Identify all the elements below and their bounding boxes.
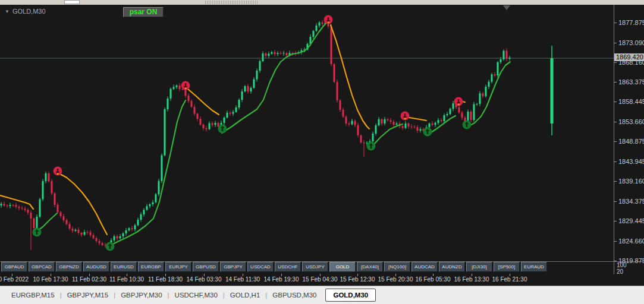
chart-tab-gbpusd-m30[interactable]: GBPUSD,M30 [267,292,322,299]
buy-signal-icon [463,121,472,129]
price-tick-mark [614,162,617,162]
symbol-button-eurgbp[interactable]: EURGBP [138,262,164,272]
time-tick-label: 15 Feb 20:30 [378,276,413,283]
time-tick-label: 16 Feb 05:30 [416,276,451,283]
chart-tab-eurgbp-m15[interactable]: EURGBP,M15 [6,292,60,299]
symbol-button-audcad[interactable]: AUDCAD [411,262,438,272]
price-tick-label: 1853.660 [618,118,644,125]
price-tick-mark [614,141,617,142]
price-tick-label: 1839.160 [618,178,644,185]
symbol-button-usdchf[interactable]: USDCHF [275,262,301,272]
chart-tab-gbpjpy-m15[interactable]: GBPJPY,M15 [62,292,114,299]
chevron-down-icon: ▼ [5,9,10,14]
symbol-button-euraud[interactable]: EURAUD [521,262,547,272]
buy-signal-icon [367,142,376,151]
price-tick-label: 1848.875 [618,138,644,145]
price-tick-label: 1877.875 [618,19,644,26]
symbol-button-audusd[interactable]: AUDUSD [83,262,109,272]
current-price-box: 1869.420 [614,53,644,61]
mt4-chart-window: ▼ GOLD,M30 psar ON 1869.420 1877.8751873… [0,0,644,304]
time-tick-label: 15 Feb 04:30 [303,276,338,283]
chart-tab-gold-m30[interactable]: GOLD,M30 [325,289,376,302]
time-tick-label: 11 Feb 02:30 [72,276,106,283]
detached-current-bar [551,46,554,135]
symbol-button-gbpaud[interactable]: GBPAUD [1,262,27,272]
price-tick-mark [614,122,617,122]
price-tick-label: 1858.445 [618,98,644,105]
sell-signal-icon [324,15,333,24]
price-tick-label: 1863.375 [618,78,644,86]
window-chrome-strip [0,0,644,5]
chart-tab-bar: EURGBP,M15|GBPJPY,M15|GBPJPY,M30|USDCHF,… [0,286,644,304]
symbol-button-gold[interactable]: GOLD [329,262,356,272]
symbol-button-dji30[interactable]: [DJI30] [466,262,492,272]
price-tick-label: 1824.660 [618,238,644,245]
time-tick-label: 16 Feb 13:30 [454,276,489,283]
symbol-button-gbpusd[interactable]: GBPUSD [193,262,219,272]
buy-signal-icon [106,242,115,251]
chrome-dotted-gutter [205,1,257,4]
chart-symbol-label: ▼ GOLD,M30 [5,8,46,15]
volume-scale-max: 100 [617,262,627,268]
time-tick-label: 14 Feb 19:30 [264,276,299,283]
sell-signal-icon [181,81,190,90]
price-tick-mark [614,82,617,83]
chart-tab-usdchf-m30[interactable]: USDCHF,M30 [169,292,223,299]
price-tick-label: 1829.445 [618,217,644,224]
buy-signal-icon [423,128,432,137]
buy-signal-icon [218,125,227,134]
chart-tab-gold-h1[interactable]: GOLD,H1 [225,292,266,299]
price-scale-separator [614,5,614,274]
time-tick-label: 14 Feb 03:30 [187,276,222,283]
sell-signal-icon [454,97,463,106]
chart-symbol-text: GOLD,M30 [12,8,46,15]
symbol-button-sp500[interactable]: [SP500] [494,262,520,272]
symbol-button-dax40[interactable]: [DAX40] [357,262,383,272]
chart-tab-gbpjpy-m30[interactable]: GBPJPY,M30 [115,292,167,299]
time-tick-label: 14 Feb 11:30 [225,276,260,283]
price-tick-mark [614,221,617,221]
time-tick-label: 10 Feb 2022 [0,276,29,283]
symbol-button-eurusd[interactable]: EURUSD [111,262,137,272]
symbol-button-audnzd[interactable]: AUDNZD [439,262,465,272]
buy-signal-icon [33,228,42,237]
price-tick-mark [614,62,617,63]
price-chart-canvas[interactable] [0,0,644,261]
price-tick-label: 1834.375 [618,198,644,205]
price-tick-mark [614,102,617,102]
price-tick-mark [614,43,617,43]
price-tick-label: 1843.945 [618,158,644,165]
symbol-button-eurjpy[interactable]: EURJPY [165,262,191,272]
time-tick-label: 11 Feb 10:30 [109,276,144,283]
price-tick-label: 1873.090 [618,39,644,46]
symbol-button-gbpcad[interactable]: GBPCAD [29,262,55,272]
symbol-button-nq100[interactable]: [NQ100] [384,262,410,272]
price-tick-mark [614,201,617,202]
price-tick-mark [614,181,617,182]
sell-signal-icon [401,112,410,121]
symbol-button-gbpnzd[interactable]: GBPNZD [56,262,82,272]
price-tick-mark [614,261,617,261]
time-tick-label: 16 Feb 21:30 [492,276,527,283]
symbol-button-gbpjpy[interactable]: GBPJPY [220,262,246,272]
time-tick-label: 15 Feb 12:30 [340,276,375,283]
chrome-widget [64,0,80,4]
symbol-button-usdcad[interactable]: USDCAD [247,262,274,272]
price-tick-mark [614,241,617,242]
psar-toggle-button[interactable]: psar ON [123,7,164,17]
time-tick-label: 10 Feb 17:30 [33,276,68,283]
symbol-button-usdjpy[interactable]: USDJPY [302,262,328,272]
time-tick-label: 11 Feb 18:30 [148,276,183,283]
volume-scale-min: 20 [617,268,623,275]
sell-signal-icon [54,167,62,176]
price-tick-mark [614,23,617,23]
